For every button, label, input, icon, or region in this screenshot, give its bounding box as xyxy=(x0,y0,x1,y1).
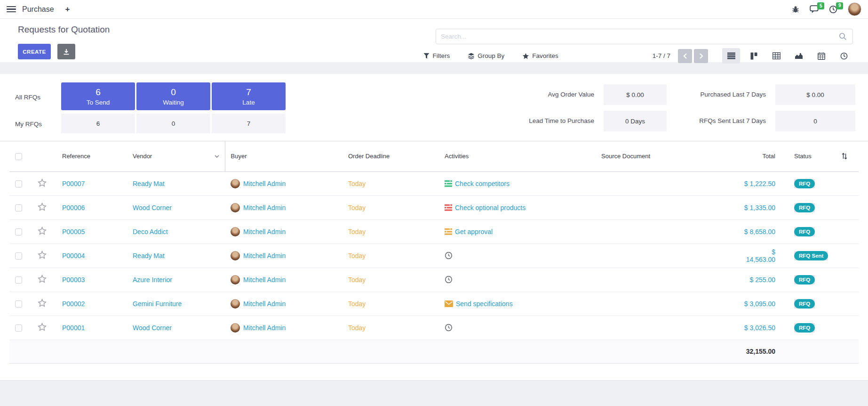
favorite-star-icon[interactable] xyxy=(38,323,47,331)
all-rfqs-label: All RFQs xyxy=(15,94,40,101)
activity-cell[interactable]: Check competitors xyxy=(445,180,590,187)
buyer-link[interactable]: Mitchell Admin xyxy=(243,228,286,235)
vendor-link[interactable]: Wood Corner xyxy=(133,324,172,332)
my-waiting-cell[interactable]: 0 xyxy=(136,114,210,133)
buyer-link[interactable]: Mitchell Admin xyxy=(243,204,286,211)
new-tab-button[interactable]: + xyxy=(65,5,70,14)
column-header-order-deadline[interactable]: Order Deadline xyxy=(342,141,439,171)
favorite-star-icon[interactable] xyxy=(38,251,47,259)
search-input[interactable] xyxy=(436,33,839,40)
calendar-view-icon xyxy=(818,52,825,60)
order-deadline: Today xyxy=(348,204,366,211)
column-header-source-document[interactable]: Source Document xyxy=(596,141,737,171)
reference-link[interactable]: P00006 xyxy=(62,204,85,211)
favorite-star-icon[interactable] xyxy=(38,179,47,187)
apps-menu-icon[interactable] xyxy=(7,6,16,12)
vendor-link[interactable]: Ready Mat xyxy=(133,252,165,260)
favorites-button[interactable]: Favorites xyxy=(522,52,558,59)
my-to-send-cell[interactable]: 6 xyxy=(61,114,135,133)
source-document-cell xyxy=(596,244,737,268)
vendor-link[interactable]: Ready Mat xyxy=(133,180,165,187)
search-bar[interactable] xyxy=(436,29,853,44)
buyer-link[interactable]: Mitchell Admin xyxy=(243,252,286,260)
column-header-activities[interactable]: Activities xyxy=(439,141,596,171)
messages-icon[interactable]: 5 xyxy=(810,5,819,13)
buyer-link[interactable]: Mitchell Admin xyxy=(243,324,286,332)
source-document-cell xyxy=(596,195,737,219)
row-checkbox[interactable] xyxy=(15,325,22,332)
reference-link[interactable]: P00007 xyxy=(62,180,85,187)
buyer-link[interactable]: Mitchell Admin xyxy=(243,276,286,284)
vendor-link[interactable]: Wood Corner xyxy=(133,204,172,211)
search-icon[interactable] xyxy=(839,32,847,41)
activity-cell[interactable]: Send specifications xyxy=(445,300,590,308)
reference-link[interactable]: P00001 xyxy=(62,324,85,332)
create-button[interactable]: CREATE xyxy=(18,44,51,59)
activity-cell[interactable]: Get approval xyxy=(445,228,590,235)
vendor-link[interactable]: Azure Interior xyxy=(133,276,172,284)
activity-cell[interactable]: Check optional products xyxy=(445,204,590,211)
my-late-cell[interactable]: 7 xyxy=(212,114,286,133)
column-header-status[interactable]: Status xyxy=(788,141,836,171)
reference-link[interactable]: P00003 xyxy=(62,276,85,284)
chevron-left-icon xyxy=(683,53,687,59)
graph-view-button[interactable] xyxy=(790,48,808,64)
filters-button[interactable]: Filters xyxy=(423,52,450,59)
user-avatar[interactable] xyxy=(848,2,861,16)
pivot-view-button[interactable] xyxy=(767,48,785,64)
export-download-button[interactable] xyxy=(57,44,75,59)
kanban-view-icon xyxy=(750,52,757,60)
favorite-star-icon[interactable] xyxy=(38,203,47,211)
column-header-vendor[interactable]: Vendor xyxy=(127,141,225,171)
table-row[interactable]: P00002 Gemini Furniture Mitchell Admin T… xyxy=(9,292,859,316)
vendor-link[interactable]: Deco Addict xyxy=(133,228,168,235)
row-checkbox[interactable] xyxy=(15,228,22,235)
list-view-button[interactable] xyxy=(722,48,740,64)
buyer-avatar xyxy=(231,179,240,188)
group-by-button[interactable]: Group By xyxy=(468,52,504,59)
column-header-reference[interactable]: Reference xyxy=(56,141,127,171)
status-badge: RFQ xyxy=(794,299,815,309)
column-header-total[interactable]: Total xyxy=(737,141,788,171)
row-checkbox[interactable] xyxy=(15,300,22,308)
app-title[interactable]: Purchase xyxy=(22,5,54,14)
activity-view-button[interactable] xyxy=(835,48,853,64)
activities-clock-icon[interactable]: 9 xyxy=(829,5,837,14)
table-row[interactable]: P00006 Wood Corner Mitchell Admin Today … xyxy=(9,195,859,219)
kanban-view-button[interactable] xyxy=(745,48,763,64)
table-row[interactable]: P00004 Ready Mat Mitchell Admin Today $ … xyxy=(9,244,859,268)
select-all-checkbox[interactable] xyxy=(15,153,22,160)
source-document-cell xyxy=(596,316,737,340)
table-row[interactable]: P00007 Ready Mat Mitchell Admin Today Ch… xyxy=(9,171,859,195)
activity-cell[interactable] xyxy=(445,324,590,332)
reference-link[interactable]: P00002 xyxy=(62,300,85,308)
pager-previous-button[interactable] xyxy=(678,49,692,63)
table-row[interactable]: P00003 Azure Interior Mitchell Admin Tod… xyxy=(9,268,859,292)
table-row[interactable]: P00001 Wood Corner Mitchell Admin Today … xyxy=(9,316,859,340)
row-checkbox[interactable] xyxy=(15,204,22,211)
favorite-star-icon[interactable] xyxy=(38,299,47,307)
reference-link[interactable]: P00004 xyxy=(62,252,85,260)
calendar-view-button[interactable] xyxy=(812,48,830,64)
buyer-link[interactable]: Mitchell Admin xyxy=(243,300,286,308)
buyer-link[interactable]: Mitchell Admin xyxy=(243,180,286,187)
vendor-link[interactable]: Gemini Furniture xyxy=(133,300,182,308)
late-button[interactable]: 7 Late xyxy=(212,82,286,110)
reference-link[interactable]: P00005 xyxy=(62,228,85,235)
optional-columns-button[interactable] xyxy=(836,141,859,171)
column-header-buyer[interactable]: Buyer xyxy=(225,141,342,171)
debug-bug-icon[interactable] xyxy=(792,6,799,13)
to-send-button[interactable]: 6 To Send xyxy=(61,82,135,110)
activity-cell[interactable] xyxy=(445,252,590,260)
waiting-button[interactable]: 0 Waiting xyxy=(136,82,210,110)
rfqs-sent-last-7-days-value: 0 xyxy=(775,111,855,131)
row-checkbox[interactable] xyxy=(15,180,22,187)
pager-next-button[interactable] xyxy=(694,49,708,63)
row-checkbox[interactable] xyxy=(15,276,22,284)
table-row[interactable]: P00005 Deco Addict Mitchell Admin Today … xyxy=(9,219,859,244)
activity-cell[interactable] xyxy=(445,276,590,284)
favorite-star-icon[interactable] xyxy=(38,275,47,283)
favorite-star-icon[interactable] xyxy=(38,227,47,235)
lead-time-value: 0 Days xyxy=(604,111,667,131)
row-checkbox[interactable] xyxy=(15,252,22,260)
